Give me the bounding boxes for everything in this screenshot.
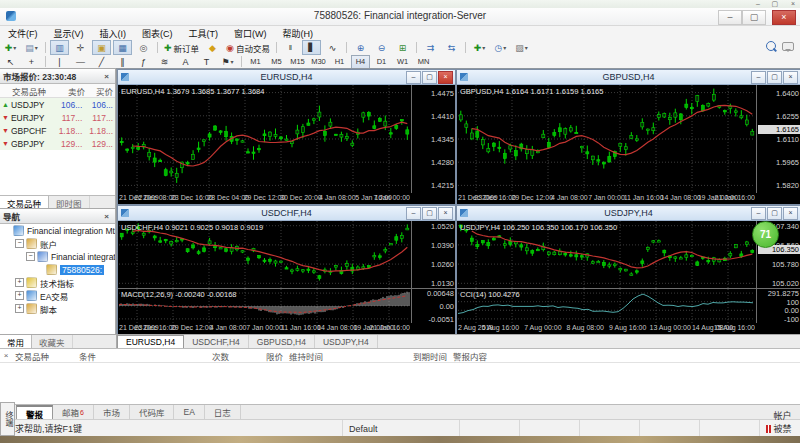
- navigator-item[interactable]: +EA交易: [0, 289, 115, 302]
- market-watch-row[interactable]: ▼EURJPY117...117...: [0, 111, 115, 124]
- toolbar-indicators-list-icon[interactable]: ✚▾: [470, 40, 489, 55]
- toolbar-market-watch-toggle-icon[interactable]: ▥: [50, 40, 69, 55]
- navigator-item[interactable]: +技术指标: [0, 276, 115, 289]
- navigator-item[interactable]: +脚本: [0, 302, 115, 315]
- terminal-close-icon[interactable]: ×: [0, 351, 12, 360]
- timeframe-mn[interactable]: MN: [414, 55, 433, 69]
- tool-text-icon[interactable]: A: [176, 54, 195, 69]
- chart-window-eurusd[interactable]: EURUSD,H4–▢×EURUSD,H4 1.3679 1.3685 1.36…: [117, 69, 456, 205]
- timeframe-w1[interactable]: W1: [393, 55, 412, 69]
- toolbar-chart-shift-icon[interactable]: ⇆: [442, 40, 461, 55]
- menu-item[interactable]: 文件(F): [0, 27, 46, 40]
- toolbar-new-chart-icon[interactable]: ✚▾: [1, 40, 20, 55]
- outer-close-button[interactable]: ×: [791, 0, 795, 8]
- menu-item[interactable]: 显示(V): [46, 27, 92, 40]
- price-chart-canvas[interactable]: [458, 85, 755, 193]
- chart-minimize-button[interactable]: –: [751, 71, 766, 84]
- toolbar-templates-icon[interactable]: ▨▾: [512, 40, 531, 55]
- toolbar-auto-scroll-icon[interactable]: ⇉: [421, 40, 440, 55]
- menu-item[interactable]: 工具(T): [181, 27, 227, 40]
- tree-expander-icon[interactable]: +: [15, 304, 24, 313]
- terminal-tab[interactable]: 日志: [205, 405, 241, 419]
- outer-maximize-button[interactable]: ▢: [771, 0, 778, 8]
- market-watch-column-header[interactable]: 交易品种: [0, 85, 59, 97]
- terminal-side-tab[interactable]: 终端: [0, 402, 15, 436]
- chart-restore-button[interactable]: ▢: [422, 207, 437, 220]
- menu-item[interactable]: 帮助(H): [275, 27, 322, 40]
- chat-icon[interactable]: [782, 42, 794, 51]
- tree-expander-icon[interactable]: +: [15, 291, 24, 300]
- navigator-tab[interactable]: 常用: [0, 335, 32, 349]
- app-restore-button[interactable]: ▢: [742, 10, 766, 25]
- outer-minimize-button[interactable]: –: [756, 0, 760, 8]
- tool-vertical-line-icon[interactable]: |: [50, 54, 69, 69]
- chart-close-button[interactable]: ×: [783, 207, 798, 220]
- chart-minimize-button[interactable]: –: [406, 71, 421, 84]
- app-close-button[interactable]: ×: [772, 10, 796, 25]
- chart-tab[interactable]: EURUSD,H4: [117, 335, 184, 349]
- market-watch-row[interactable]: ▲USDJPY106...106...: [0, 98, 115, 111]
- tree-expander-icon[interactable]: −: [26, 252, 35, 261]
- chart-close-button[interactable]: ×: [783, 71, 798, 84]
- tool-arrows-icon[interactable]: ⚑▾: [218, 54, 237, 69]
- chart-minimize-button[interactable]: –: [751, 207, 766, 220]
- chart-minimize-button[interactable]: –: [406, 207, 421, 220]
- navigator-item[interactable]: −账户: [0, 237, 115, 250]
- tool-horizontal-line-icon[interactable]: ―: [71, 54, 90, 69]
- chart-window-gbpusd[interactable]: GBPUSD,H4–▢×GBPUSD,H4 1.6164 1.6171 1.61…: [456, 69, 800, 205]
- market-watch-column-header[interactable]: 卖价: [59, 85, 87, 97]
- tool-crosshair-icon[interactable]: +: [22, 54, 41, 69]
- toolbar-metaeditor-icon[interactable]: ◆: [203, 40, 222, 55]
- toolbar-candlestick-mode-icon[interactable]: ▋: [302, 40, 321, 55]
- chart-window-titlebar[interactable]: USDJPY,H4–▢×: [457, 206, 800, 221]
- toolbar-data-window-icon[interactable]: ✛: [71, 40, 90, 55]
- tool-trendline-icon[interactable]: ╱: [92, 54, 111, 69]
- toolbar-autotrading-icon[interactable]: ◉自动交易: [224, 40, 272, 55]
- chart-restore-button[interactable]: ▢: [767, 71, 782, 84]
- toolbar-line-chart-mode-icon[interactable]: ∿: [323, 40, 342, 55]
- chart-window-titlebar[interactable]: EURUSD,H4–▢×: [118, 70, 455, 85]
- chart-window-usdjpy[interactable]: USDJPY,H4–▢×USDJPY,H4 106.250 106.350 10…: [456, 205, 800, 335]
- chart-tab[interactable]: USDCHF,H4: [184, 335, 249, 349]
- market-watch-column-header[interactable]: 买价: [87, 85, 115, 97]
- tool-fibonacci-icon[interactable]: ƒ: [134, 54, 153, 69]
- chart-restore-button[interactable]: ▢: [767, 207, 782, 220]
- tree-expander-icon[interactable]: +: [15, 278, 24, 287]
- menu-item[interactable]: 插入(I): [92, 27, 135, 40]
- toolbar-terminal-toggle-icon[interactable]: ▦: [113, 40, 132, 55]
- market-watch-close-icon[interactable]: ×: [101, 71, 112, 82]
- price-chart-canvas[interactable]: [119, 85, 410, 193]
- tool-cycle-lines-icon[interactable]: ≋: [155, 54, 174, 69]
- timeframe-m5[interactable]: M5: [267, 55, 286, 69]
- tool-cursor-icon[interactable]: ↖: [1, 54, 20, 69]
- toolbar-new-order-icon[interactable]: ✚新订单: [162, 40, 201, 55]
- app-minimize-button[interactable]: –: [718, 10, 742, 25]
- navigator-item[interactable]: −Financial integratio: [0, 250, 115, 263]
- timeframe-m1[interactable]: M1: [246, 55, 265, 69]
- search-icon[interactable]: [766, 41, 776, 51]
- terminal-tab[interactable]: EA: [174, 405, 204, 419]
- chart-restore-button[interactable]: ▢: [422, 71, 437, 84]
- toolbar-navigator-toggle-icon[interactable]: ▣: [92, 40, 111, 55]
- chart-close-button[interactable]: ×: [438, 207, 453, 220]
- timeframe-h1[interactable]: H1: [330, 55, 349, 69]
- chart-window-usdchf[interactable]: USDCHF,H4–▢×USDCHF,H4 0.9021 0.9025 0.90…: [117, 205, 456, 335]
- timeframe-h4[interactable]: H4: [351, 55, 370, 69]
- chart-window-titlebar[interactable]: USDCHF,H4–▢×: [118, 206, 455, 221]
- navigator-tab[interactable]: 收藏夹: [32, 335, 73, 349]
- tool-equidistant-channel-icon[interactable]: ∥: [113, 54, 132, 69]
- timeframe-m30[interactable]: M30: [309, 55, 328, 69]
- chart-tab[interactable]: USDJPY,H4: [315, 335, 378, 349]
- menu-item[interactable]: 图表(C): [134, 27, 181, 40]
- notification-badge[interactable]: 71: [752, 221, 779, 248]
- chart-close-button[interactable]: ×: [438, 71, 453, 84]
- terminal-tab[interactable]: 市场: [94, 405, 130, 419]
- market-watch-row[interactable]: ▼GBPCHF1.18...1.18...: [0, 124, 115, 137]
- terminal-tab[interactable]: 邮箱6: [53, 405, 94, 419]
- timeframe-d1[interactable]: D1: [372, 55, 391, 69]
- navigator-item[interactable]: Financial integration Mt4: [0, 224, 115, 237]
- toolbar-bar-chart-mode-icon[interactable]: ‖: [281, 40, 300, 55]
- navigator-item[interactable]: 75880526:: [0, 263, 115, 276]
- toolbar-tile-windows-icon[interactable]: ⊞: [393, 40, 412, 55]
- market-watch-row[interactable]: ▼GBPJPY129...129...: [0, 137, 115, 150]
